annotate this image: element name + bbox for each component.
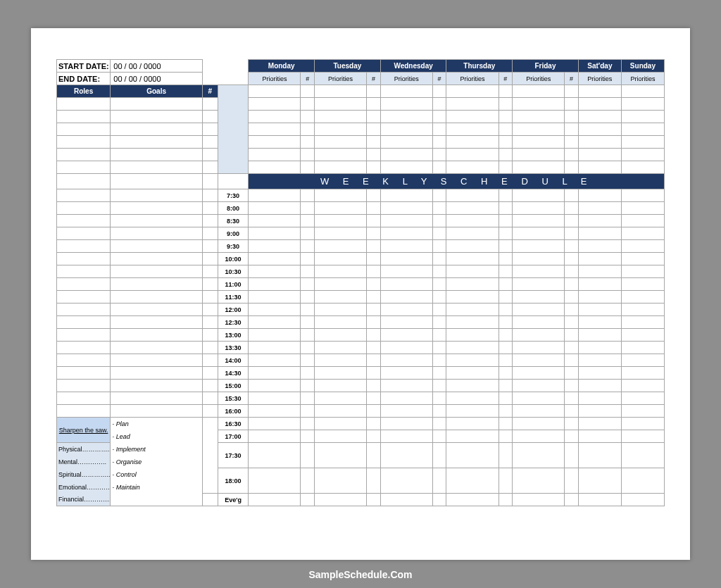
day-tuesday: Tuesday [315, 60, 381, 73]
day-wednesday: Wednesday [380, 60, 446, 73]
dim: Spiritual………….. [57, 468, 111, 481]
time-slot: 12:00 [218, 304, 249, 316]
time-slot: 11:30 [218, 291, 249, 304]
hdr-priorities: Priorities [578, 73, 621, 85]
verb: - Lead [111, 430, 203, 443]
hdr-priorities: Priorities [446, 73, 499, 85]
verb: - Control [111, 468, 203, 481]
spacer [203, 60, 249, 73]
time-slot: 9:30 [218, 240, 249, 253]
verb: - Maintain [111, 481, 203, 494]
spacer [203, 73, 249, 85]
time-slot: 11:00 [218, 278, 249, 291]
time-slot: 16:30 [218, 418, 249, 430]
shade-block [218, 85, 249, 174]
time-slot: 8:30 [218, 215, 249, 227]
time-slot: 15:00 [218, 380, 249, 392]
time-slot: 18:00 [218, 468, 249, 494]
dim: Emotional………… [57, 481, 111, 494]
time-slot: 13:00 [218, 329, 249, 342]
verb: - Implement [111, 443, 203, 456]
time-slot: 9:00 [218, 227, 249, 240]
dim: Physical………….. [57, 443, 111, 456]
start-date-label: START DATE: [57, 60, 111, 73]
hdr-hash: # [432, 73, 446, 85]
hdr-roles: Roles [57, 85, 111, 98]
time-slot: 7:30 [218, 189, 249, 202]
hdr-priorities: Priorities [249, 73, 301, 85]
hdr-priorities: Priorities [513, 73, 565, 85]
verb: - Organise [111, 456, 203, 468]
time-slot: 14:00 [218, 354, 249, 367]
watermark: SampleSchedule.Com [0, 569, 721, 580]
time-slot: 14:30 [218, 367, 249, 380]
time-slot: 17:30 [218, 443, 249, 468]
verb: - Plan [111, 418, 203, 430]
time-slot: 10:00 [218, 253, 249, 265]
hdr-hash: # [499, 73, 513, 85]
time-slot: Eve'g [218, 494, 249, 506]
hdr-num: # [203, 85, 218, 98]
weekly-schedule-table: START DATE: 00 / 00 / 0000 Monday Tuesda… [56, 59, 665, 506]
hdr-hash: # [565, 73, 579, 85]
day-thursday: Thursday [446, 60, 513, 73]
day-saturday: Sat'day [578, 60, 621, 73]
spacer [203, 418, 218, 494]
time-slot: 8:00 [218, 202, 249, 215]
day-friday: Friday [513, 60, 579, 73]
time-slot: 13:30 [218, 342, 249, 354]
hdr-hash: # [301, 73, 315, 85]
weekly-schedule-banner: W E E K L Y S C H E D U L E [249, 174, 665, 189]
day-monday: Monday [249, 60, 315, 73]
start-date-value[interactable]: 00 / 00 / 0000 [111, 60, 203, 73]
time-slot: 16:00 [218, 405, 249, 418]
time-slot: 15:30 [218, 392, 249, 405]
time-slot: 12:30 [218, 316, 249, 329]
document-page: START DATE: 00 / 00 / 0000 Monday Tuesda… [31, 28, 690, 560]
dim: Mental………….. [57, 456, 111, 468]
sharpen-title: Sharpen the saw. [57, 418, 111, 443]
hdr-goals: Goals [111, 85, 203, 98]
day-sunday: Sunday [621, 60, 664, 73]
time-slot: 10:30 [218, 265, 249, 278]
hdr-priorities: Priorities [621, 73, 664, 85]
end-date-value[interactable]: 00 / 00 / 0000 [111, 73, 203, 85]
end-date-label: END DATE: [57, 73, 111, 85]
dim: Financial………….. [57, 494, 111, 506]
hdr-priorities: Priorities [315, 73, 367, 85]
time-slot: 17:00 [218, 430, 249, 443]
hdr-hash: # [367, 73, 381, 85]
hdr-priorities: Priorities [380, 73, 432, 85]
